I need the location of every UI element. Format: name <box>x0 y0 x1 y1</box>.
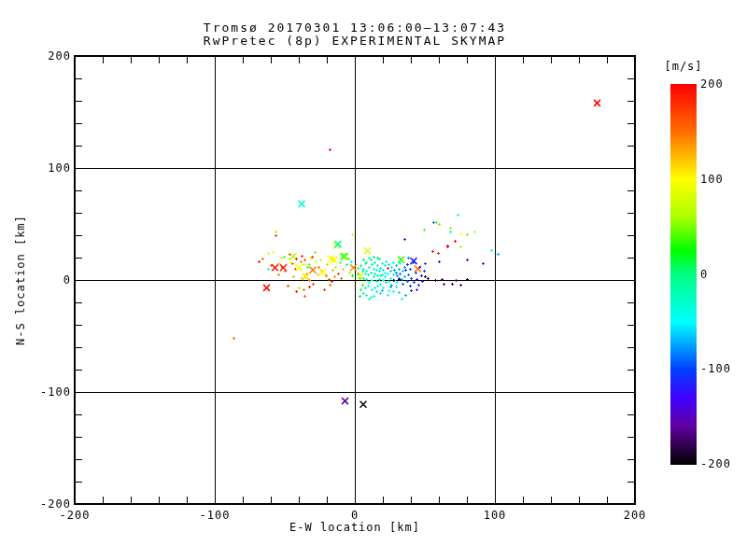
colorbar-tick-label: -100 <box>700 362 731 375</box>
plot-title-line1: Tromsø 20170301 13:06:00–13:07:43 <box>75 21 635 35</box>
y-axis-label: N-S location [km] <box>14 215 27 345</box>
plot-title-line2: RwPretec (8p) EXPERIMENTAL SKYMAP <box>75 34 635 48</box>
y-tick-label: -100 <box>30 385 71 399</box>
colorbar-tick-label: -200 <box>700 457 731 470</box>
colorbar-tick-label: 200 <box>700 77 724 91</box>
x-tick-label: -200 <box>37 509 112 522</box>
skymap-page: { "title": { "line1": "Tromsø 20170301 1… <box>0 0 747 560</box>
x-axis-label: E-W location [km] <box>75 521 635 534</box>
x-tick-label: 0 <box>317 509 392 522</box>
skymap-plot-canvas <box>0 0 747 560</box>
y-tick-label: 0 <box>30 273 71 287</box>
x-tick-label: 200 <box>598 509 672 522</box>
colorbar-unit-label: [m/s] <box>657 60 710 73</box>
colorbar-gradient <box>670 84 697 465</box>
x-tick-label: 100 <box>458 509 532 522</box>
y-tick-label: 100 <box>30 161 71 175</box>
colorbar-tick-label: 0 <box>700 268 708 281</box>
y-tick-label: -200 <box>30 497 71 511</box>
y-tick-label: 200 <box>30 49 71 63</box>
colorbar-tick-label: 100 <box>700 173 724 186</box>
x-tick-label: -100 <box>177 509 252 522</box>
